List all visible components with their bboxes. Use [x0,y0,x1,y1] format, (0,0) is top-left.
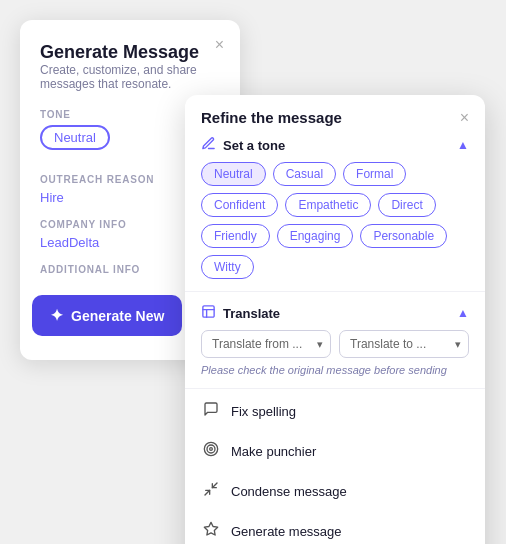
tone-chip-friendly[interactable]: Friendly [201,224,270,248]
tone-chip-confident[interactable]: Confident [201,193,278,217]
main-card-title: Generate Message [40,42,199,62]
tone-chip-casual[interactable]: Casual [273,162,336,186]
menu-item-icon-3 [201,521,221,541]
translate-icon [201,304,216,322]
menu-item-generate-message[interactable]: Generate message [185,511,485,544]
divider2 [185,388,485,389]
translate-section-name: Translate [223,306,280,321]
sparkle-icon: ✦ [50,306,63,325]
svg-point-3 [210,448,213,451]
tone-chevron-icon: ▲ [457,138,469,152]
svg-marker-6 [204,522,217,535]
menu-item-icon-1 [201,441,221,461]
tone-chip-direct[interactable]: Direct [378,193,435,217]
tone-chips-area: NeutralCasualFormalConfidentEmpatheticDi… [185,162,485,289]
menu-item-label-2: Condense message [231,484,347,499]
tone-chip-formal[interactable]: Formal [343,162,406,186]
translate-dropdowns: Translate from ... Translate to ... [185,330,485,364]
tone-chip-personable[interactable]: Personable [360,224,447,248]
main-card-subtitle: Create, customize, and share messages th… [40,63,220,91]
translate-from-wrapper: Translate from ... [201,330,331,358]
refine-title: Refine the message [201,109,342,126]
menu-item-fix-spelling[interactable]: Fix spelling [185,391,485,431]
generate-btn-label: Generate New [71,308,164,324]
menu-item-label-1: Make punchier [231,444,316,459]
menu-item-label-3: Generate message [231,524,342,539]
refine-header: Refine the message × [185,95,485,136]
divider [185,291,485,292]
translate-section-row[interactable]: Translate ▲ [185,294,485,330]
refine-panel: Refine the message × Set a tone ▲ Neutra… [185,95,485,544]
svg-line-5 [205,490,210,495]
menu-items-container: Fix spellingMake punchierCondense messag… [185,391,485,544]
generate-new-button[interactable]: ✦ Generate New [32,295,182,336]
translate-to-wrapper: Translate to ... [339,330,469,358]
menu-item-icon-0 [201,401,221,421]
menu-item-make-punchier[interactable]: Make punchier [185,431,485,471]
translate-chevron-icon: ▲ [457,306,469,320]
tone-chip[interactable]: Neutral [40,125,110,150]
tone-chip-engaging[interactable]: Engaging [277,224,354,248]
tone-section-row[interactable]: Set a tone ▲ [185,136,485,154]
refine-close-button[interactable]: × [460,110,469,126]
tone-chip-neutral[interactable]: Neutral [201,162,266,186]
svg-line-4 [212,483,217,488]
pen-icon [201,136,216,154]
svg-point-2 [207,445,215,453]
tone-chip-empathetic[interactable]: Empathetic [285,193,371,217]
svg-rect-0 [203,306,214,317]
menu-item-label-0: Fix spelling [231,404,296,419]
menu-item-icon-2 [201,481,221,501]
translate-from-select[interactable]: Translate from ... [201,330,331,358]
tone-chip-witty[interactable]: Witty [201,255,254,279]
menu-item-condense-message[interactable]: Condense message [185,471,485,511]
main-card-close-button[interactable]: × [215,36,224,54]
translate-note: Please check the original message before… [185,364,485,386]
tone-section-name: Set a tone [223,138,285,153]
translate-to-select[interactable]: Translate to ... [339,330,469,358]
